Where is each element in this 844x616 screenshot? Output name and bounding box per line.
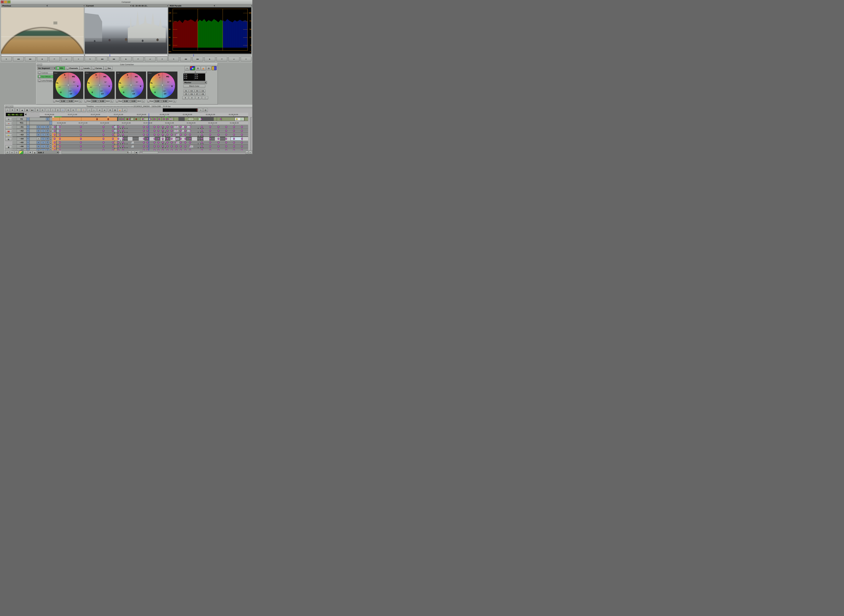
automation-point[interactable]: ▲ (125, 143, 125, 144)
marker-#cc44cc[interactable] (122, 118, 123, 120)
audio-keyframe[interactable] (167, 133, 168, 136)
automation-point[interactable]: ▲ (165, 143, 166, 144)
add-edit-icon[interactable]: + (199, 118, 201, 120)
side-enable-button[interactable] (38, 75, 41, 78)
audio-keyframe[interactable] (147, 145, 148, 147)
tab-sec[interactable]: Sec (103, 66, 113, 70)
marker-#e8e020[interactable] (236, 118, 238, 120)
track-monitor-button[interactable]: ʘ (46, 117, 49, 120)
audio-keyframe[interactable] (189, 133, 191, 136)
audio-keyframe[interactable] (158, 133, 159, 136)
automation-point[interactable]: ▲ (163, 147, 163, 148)
track-name-a3[interactable]: ◄A3 (17, 133, 26, 136)
audio-keyframe[interactable] (54, 130, 55, 132)
transport-go-start-button[interactable]: ⏮ (49, 57, 60, 62)
audio-keyframe[interactable] (225, 133, 227, 136)
transport-go-end-button[interactable]: ⏭ (61, 57, 72, 62)
automation-point[interactable]: ▲ (200, 143, 201, 144)
scroll-right-button[interactable]: ▸ (249, 151, 252, 154)
transport-go-start-button[interactable]: ⏮ (133, 57, 144, 62)
correction-bucket-c1[interactable]: C1 (183, 89, 189, 92)
cc-source-dropdown[interactable]: Src Segment▼ (37, 67, 56, 70)
position-indicator[interactable] (194, 54, 194, 56)
wheel-crosshair[interactable]: + (130, 84, 132, 87)
correction-bucket-c5[interactable]: C5 (183, 92, 189, 95)
hue-wheel-shd[interactable]: R0°MG90°B180°CYG-90°YL+ (56, 73, 81, 98)
hue-value-field[interactable]: 0.00 (122, 100, 129, 103)
automation-point[interactable]: ▲ (125, 139, 125, 141)
automation-point[interactable]: ▲ (125, 135, 125, 136)
automation-point[interactable]: ▲ (122, 128, 123, 129)
transport-play-button[interactable]: ▶ (37, 57, 48, 62)
audio-keyframe[interactable] (171, 138, 173, 140)
current-monitor[interactable] (85, 7, 167, 54)
color-swatch-output[interactable]: R:16G:16B:16 (194, 73, 205, 81)
audio-keyframe[interactable] (217, 126, 219, 128)
amt-value-field[interactable]: 0.00 (67, 100, 74, 103)
automation-point[interactable]: ▲ (200, 139, 201, 141)
automation-point[interactable]: ▲ (126, 147, 128, 148)
tab-hsl[interactable]: HSL (56, 66, 65, 70)
audio-keyframe[interactable] (59, 133, 61, 136)
tab-enable-button[interactable] (57, 67, 59, 69)
monitor-timecode-dropdown[interactable]: ▼ (48, 4, 85, 7)
audio-keyframe[interactable] (158, 138, 159, 140)
audio-keyframe[interactable] (80, 138, 82, 140)
safe-color-warning-icon[interactable]: ▲ (201, 66, 206, 70)
transport-rewind-button[interactable]: ◀◀ (180, 57, 191, 62)
automation-point[interactable]: ▲ (165, 135, 166, 136)
automation-point[interactable]: ▲ (163, 128, 163, 129)
video-quality-icon[interactable]: ▣ (5, 145, 12, 149)
tl-tool-3[interactable]: ▲ (20, 108, 25, 112)
audio-keyframe[interactable] (147, 130, 148, 132)
audio-keyframe[interactable] (154, 133, 155, 136)
marker-#f0f0f0[interactable] (149, 118, 150, 120)
tab-enable-button[interactable] (81, 67, 83, 69)
tl-tool-14[interactable]: ⇧ (76, 108, 81, 112)
automation-point[interactable]: ▲ (198, 128, 199, 129)
track-monitor-button[interactable]: ʘ (46, 133, 49, 136)
audio-keyframe[interactable] (241, 141, 242, 144)
track-monitor-button[interactable]: ʘ (46, 129, 49, 132)
eyedropper-icon[interactable]: ✎ (79, 100, 82, 103)
side-button-hue-offsets[interactable]: Hue Offsets (38, 75, 56, 78)
correction-bucket-c7[interactable]: C7 (194, 92, 200, 95)
trim-mode-icon[interactable]: ▮▮ (5, 129, 12, 133)
transport-go-end-button[interactable]: ⏭ (145, 57, 156, 62)
audio-keyframe[interactable] (180, 133, 182, 136)
hue-value-field[interactable]: 0.00 (154, 100, 161, 103)
tl-tool-10[interactable]: ][ (56, 108, 60, 112)
audio-keyframe[interactable] (201, 141, 203, 144)
tl-tool-18[interactable]: ⬅ (97, 108, 102, 112)
audio-keyframe[interactable] (167, 141, 168, 144)
side-button-controls[interactable]: Controls (38, 71, 56, 74)
track-select-a4[interactable]: ✎ (26, 137, 29, 141)
audio-keyframe[interactable] (233, 130, 235, 132)
audio-keyframe[interactable] (143, 145, 145, 147)
audio-keyframe[interactable] (171, 141, 173, 144)
audio-keyframe[interactable] (80, 145, 82, 147)
tl-tool-16[interactable]: ◁ (87, 108, 91, 112)
wheel-crosshair[interactable]: + (161, 84, 164, 87)
rgb-swatch-icon[interactable]: ▨ (190, 66, 195, 70)
audio-keyframe[interactable] (241, 133, 242, 136)
audio-automation-button[interactable]: ∿ (41, 129, 46, 132)
automation-point[interactable]: ▲ (120, 135, 121, 136)
tl-tool-5[interactable]: ▶▯ (30, 108, 35, 112)
track-monitor-button[interactable]: ʘ (46, 145, 49, 148)
hue-value-field[interactable]: 0.00 (91, 100, 98, 103)
tl-tool-2[interactable]: ▼ (15, 108, 20, 112)
transport-stop-button[interactable]: ⊘ (241, 57, 251, 62)
previous-monitor[interactable] (1, 7, 84, 54)
hue-enable-button[interactable] (116, 100, 118, 103)
search-icon[interactable]: ⌕ (58, 151, 59, 154)
transport-fast-forward-button[interactable]: ▶▶ (25, 57, 35, 62)
audio-keyframe[interactable] (185, 130, 186, 132)
audio-keyframe[interactable] (171, 145, 173, 147)
audio-keyframe[interactable] (54, 138, 55, 140)
horizontal-scrollbar[interactable] (139, 151, 248, 154)
hue-wheel-mid[interactable]: R0°MG90°B180°CYG-90°YL+ (87, 73, 112, 98)
audio-keyframe[interactable] (158, 145, 159, 147)
automation-point[interactable]: ▲ (165, 128, 166, 129)
tl-tool-7[interactable]: ⊘ (40, 108, 45, 112)
